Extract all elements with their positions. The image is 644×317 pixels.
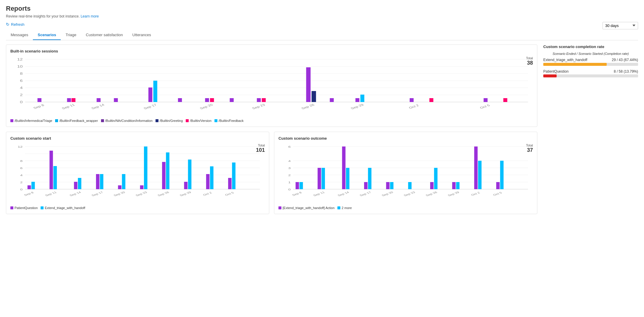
svg-text:Sep 8: Sep 8 xyxy=(291,191,302,196)
svg-rect-16 xyxy=(71,98,75,102)
completion-bar-bg-extend xyxy=(543,63,638,66)
svg-text:Sep 11: Sep 11 xyxy=(61,103,76,110)
svg-rect-64 xyxy=(78,178,81,189)
svg-rect-107 xyxy=(364,182,368,189)
completion-row-patient: PatientQuestion 8 / 58 (13.79%) xyxy=(543,69,638,77)
svg-text:10: 10 xyxy=(17,65,23,68)
svg-text:Sep 17: Sep 17 xyxy=(359,191,372,197)
learn-more-link[interactable]: Learn more xyxy=(81,14,99,18)
completion-subtitle: Scenario Ended / Scenario Started (Compl… xyxy=(543,52,638,55)
completion-label-extend: Extend_triage_with_handoff 29 / 43 (67.4… xyxy=(543,58,638,62)
svg-text:0: 0 xyxy=(288,188,291,191)
svg-rect-63 xyxy=(74,182,78,189)
svg-rect-115 xyxy=(456,182,460,189)
svg-rect-112 xyxy=(430,182,434,189)
right-panel: Custom scenario completion rate Scenario… xyxy=(543,44,638,219)
svg-text:6: 6 xyxy=(20,79,23,82)
svg-rect-65 xyxy=(96,174,100,189)
bottom-charts: Custom scenario start Total 101 xyxy=(6,132,537,219)
subtitle: Review real-time insights for your bot i… xyxy=(6,14,638,18)
legend-color-feedback xyxy=(214,119,217,122)
custom-scenario-start-total: Total 101 xyxy=(256,144,265,153)
legend-color-2-more xyxy=(337,206,340,209)
svg-text:4: 4 xyxy=(20,174,23,177)
legend-2-more: 2 more xyxy=(337,206,352,210)
legend-extend-action: [Extend_triage_with_handoff] Action xyxy=(278,206,334,210)
svg-rect-59 xyxy=(28,185,31,189)
svg-rect-102 xyxy=(299,182,303,189)
svg-text:Sep 23: Sep 23 xyxy=(251,103,266,110)
svg-text:12: 12 xyxy=(17,58,23,61)
legend-color-greeting xyxy=(156,119,158,122)
svg-text:Oct 2: Oct 2 xyxy=(202,191,213,196)
custom-scenario-start-card: Custom scenario start Total 101 xyxy=(6,132,269,214)
svg-rect-62 xyxy=(53,166,57,189)
svg-text:8: 8 xyxy=(20,72,23,75)
svg-rect-22 xyxy=(205,98,209,102)
top-bar: ↻ Refresh 30 days 7 days 90 days xyxy=(6,21,638,30)
svg-rect-118 xyxy=(496,182,500,189)
svg-rect-66 xyxy=(100,174,103,189)
svg-rect-17 xyxy=(97,98,100,102)
custom-scenario-outcome-area: Total 37 6 4 3 xyxy=(278,144,533,210)
svg-rect-31 xyxy=(361,95,364,102)
tab-scenarios[interactable]: Scenarios xyxy=(33,30,61,40)
tab-messages[interactable]: Messages xyxy=(6,30,33,40)
header: Reports Review real-time insights for yo… xyxy=(6,5,638,18)
custom-scenario-outcome-total: Total 37 xyxy=(526,144,533,153)
svg-text:8: 8 xyxy=(20,160,23,163)
builtin-sessions-total: Total 38 xyxy=(526,56,533,66)
completion-bar-fill-extend xyxy=(543,63,607,66)
svg-text:Sep 14: Sep 14 xyxy=(69,191,81,197)
legend-color-infermedica xyxy=(10,119,13,122)
custom-outcome-legend: [Extend_triage_with_handoff] Action 2 mo… xyxy=(278,206,533,210)
svg-rect-15 xyxy=(67,98,71,102)
main-content: Built-in scenario sessions Total 38 xyxy=(6,44,638,219)
svg-rect-104 xyxy=(321,168,325,189)
legend-extend-triage: Extend_triage_with_handoff xyxy=(41,206,85,210)
svg-rect-34 xyxy=(484,98,488,102)
svg-text:Sep 26: Sep 26 xyxy=(301,103,315,110)
tab-utterances[interactable]: Utterances xyxy=(128,30,156,40)
svg-text:Sep 29: Sep 29 xyxy=(447,191,460,197)
tab-customer-satisfaction[interactable]: Customer satisfaction xyxy=(81,30,128,40)
svg-rect-110 xyxy=(390,182,394,189)
custom-start-svg: 12 8 6 4 2 0 xyxy=(10,144,265,203)
svg-rect-116 xyxy=(474,146,478,189)
svg-text:Sep 26: Sep 26 xyxy=(157,191,170,197)
date-filter-select[interactable]: 30 days 7 days 90 days xyxy=(603,22,638,29)
svg-text:Sep 11: Sep 11 xyxy=(44,191,57,197)
svg-text:Sep 8: Sep 8 xyxy=(23,191,34,196)
svg-rect-70 xyxy=(144,146,148,189)
legend-color-feedback-wrapper xyxy=(55,119,58,122)
page-container: Reports Review real-time insights for yo… xyxy=(0,0,644,224)
tab-triage[interactable]: Triage xyxy=(61,30,81,40)
legend-patient-question: PatientQuestion xyxy=(10,206,38,210)
legend-item-feedback: /Builtin/Feedback xyxy=(214,119,243,122)
completion-row-extend: Extend_triage_with_handoff 29 / 43 (67.4… xyxy=(543,58,638,66)
legend-color-version xyxy=(186,119,189,122)
svg-rect-77 xyxy=(228,178,232,189)
refresh-button[interactable]: ↻ Refresh xyxy=(6,21,25,28)
legend-color-extend-action xyxy=(278,206,281,209)
svg-rect-23 xyxy=(210,98,214,102)
svg-rect-117 xyxy=(478,161,482,189)
svg-rect-27 xyxy=(306,67,310,102)
svg-rect-18 xyxy=(114,98,118,102)
builtin-sessions-svg: 12 10 8 6 4 2 0 xyxy=(10,56,533,116)
svg-text:Oct 2: Oct 2 xyxy=(470,191,481,196)
svg-rect-114 xyxy=(452,182,456,189)
svg-rect-71 xyxy=(162,162,166,189)
svg-text:Sep 29: Sep 29 xyxy=(350,103,365,110)
completion-rate-title: Custom scenario completion rate xyxy=(543,44,638,49)
legend-color-extend-triage xyxy=(41,206,44,209)
svg-rect-73 xyxy=(184,182,188,189)
completion-bar-fill-patient xyxy=(543,74,557,77)
svg-text:2: 2 xyxy=(20,93,23,97)
svg-text:2: 2 xyxy=(20,181,23,184)
svg-text:3: 3 xyxy=(288,167,291,170)
completion-bar-bg-patient xyxy=(543,74,638,77)
svg-text:4: 4 xyxy=(288,160,291,163)
builtin-sessions-chart-area: Total 38 12 10 xyxy=(10,56,533,122)
svg-rect-24 xyxy=(230,98,234,102)
